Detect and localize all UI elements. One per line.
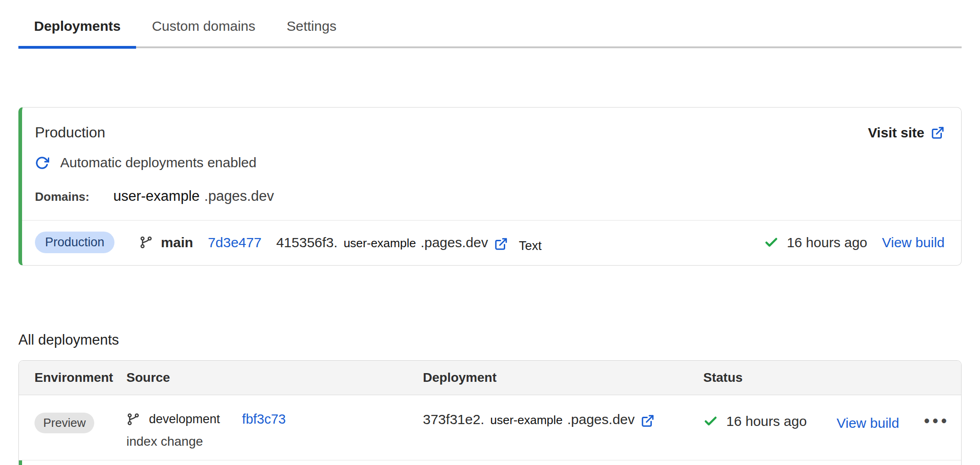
git-branch-icon [126, 412, 141, 426]
deployment-url: 415356f3. user-example .pages.dev [276, 235, 508, 250]
tab-custom-domains[interactable]: Custom domains [136, 11, 271, 49]
refresh-icon [35, 156, 49, 170]
external-link-icon [931, 126, 945, 140]
external-link-icon[interactable] [494, 237, 508, 251]
tab-settings[interactable]: Settings [271, 11, 352, 49]
column-header-deployment: Deployment [423, 370, 703, 385]
view-build-link[interactable]: View build [882, 235, 945, 250]
table-row: Preview development fbf3c73 index change… [19, 395, 961, 460]
domains-label: Domains: [35, 190, 89, 204]
domain-name: user-example [113, 188, 199, 204]
external-link-icon[interactable] [641, 414, 655, 428]
visit-site-label: Visit site [868, 125, 924, 141]
commit-link[interactable]: 7d3e477 [208, 235, 262, 250]
table-header-row: Environment Source Deployment Status [19, 361, 961, 395]
view-build-link[interactable]: View build [837, 415, 899, 431]
production-card-body: Production Visit site Automatic deployme… [22, 108, 961, 220]
deployment-suffix: .pages.dev [567, 412, 635, 427]
production-card: Production Visit site Automatic deployme… [18, 107, 962, 266]
environment-badge: Production [35, 232, 114, 253]
visit-site-link[interactable]: Visit site [868, 125, 945, 141]
deployment-url: 373f31e2. user-example .pages.dev [423, 412, 655, 427]
branch-name: development [149, 412, 220, 426]
tab-deployments[interactable]: Deployments [18, 11, 136, 49]
commit-link[interactable]: fbf3c73 [242, 412, 286, 427]
deployments-table: Environment Source Deployment Status Pre… [18, 360, 962, 465]
tab-bar: Deployments Custom domains Settings [18, 0, 962, 48]
production-title: Production [35, 124, 105, 141]
column-header-source: Source [126, 370, 423, 385]
production-deployment-row: Production main 7d3e477 415356f3. user-e… [22, 221, 961, 265]
auto-deployments-text: Automatic deployments enabled [60, 155, 256, 170]
deployment-hash: 373f31e2. [423, 412, 484, 427]
annotation-text: Text [519, 239, 542, 253]
column-header-environment: Environment [34, 370, 126, 385]
commit-message: index change [126, 434, 423, 449]
all-deployments-title: All deployments [18, 332, 962, 348]
next-row-indicator [19, 460, 961, 465]
deployment-domain: user-example [343, 236, 416, 250]
git-branch-icon [139, 235, 154, 250]
deployment-time: 16 hours ago [726, 414, 807, 429]
more-options-icon[interactable]: ••• [924, 413, 950, 429]
success-check-icon [703, 414, 718, 429]
success-check-icon [764, 235, 779, 250]
deployment-suffix: .pages.dev [421, 235, 488, 250]
deployment-domain: user-example [490, 413, 563, 427]
branch-name: main [161, 235, 193, 250]
environment-badge: Preview [34, 413, 94, 433]
deployment-hash: 415356f3. [276, 235, 337, 250]
column-header-status: Status [703, 370, 837, 385]
deployment-time: 16 hours ago [787, 235, 867, 250]
domain-suffix: .pages.dev [204, 188, 274, 204]
